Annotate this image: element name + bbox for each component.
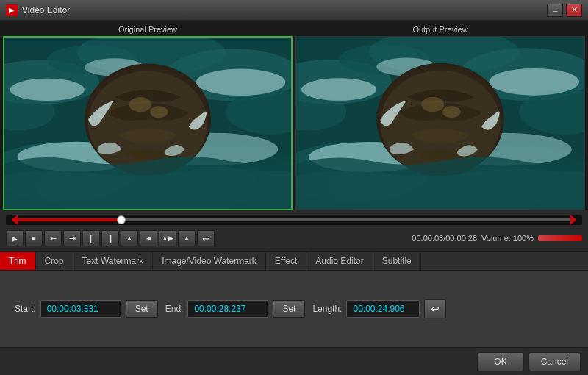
tab-text-watermark-label: Text Watermark <box>82 256 144 266</box>
reset-button[interactable]: ↩ <box>424 299 446 318</box>
tab-audio-editor[interactable]: Audio Editor <box>306 252 373 270</box>
cancel-button[interactable]: Cancel <box>528 352 581 371</box>
tab-bar: Trim Crop Text Watermark Image/Video Wat… <box>0 251 588 271</box>
start-input[interactable] <box>40 300 121 318</box>
mark-out-button[interactable]: ] <box>101 230 119 246</box>
length-field-group: Length: 00:00:24:906 ↩ <box>312 299 446 318</box>
svg-point-37 <box>442 106 461 118</box>
output-preview-video <box>295 36 585 210</box>
next-frame-icon: ⇥ <box>69 234 76 243</box>
volume-label: Volume: 100% <box>481 234 534 243</box>
volume-slider[interactable] <box>538 235 582 241</box>
svg-point-29 <box>301 78 376 101</box>
tab-crop-label: Crop <box>45 256 64 266</box>
title-bar: ▶ Video Editor – ✕ <box>0 0 588 21</box>
mark-end-button[interactable]: ▲ <box>178 230 196 246</box>
left-preview-panel: Original Preview <box>3 24 293 210</box>
window-title: Video Editor <box>22 5 547 15</box>
svg-point-17 <box>129 97 151 112</box>
clip-start-button[interactable]: ▲ <box>121 230 138 246</box>
volume-fill <box>538 235 582 241</box>
tab-effect[interactable]: Effect <box>266 252 306 270</box>
output-preview-label: Output Preview <box>295 24 585 36</box>
clip-icon: ▲▶ <box>162 235 173 242</box>
mark-end-icon: ▲ <box>184 235 190 242</box>
undo-icon: ↩ <box>202 233 210 244</box>
length-value: 00:00:24:906 <box>346 300 420 318</box>
window-controls: – ✕ <box>547 4 582 17</box>
mark-in-button[interactable]: [ <box>82 230 100 246</box>
play-button[interactable]: ▶ <box>6 230 24 246</box>
progress-fill <box>12 218 125 221</box>
original-preview-label: Original Preview <box>3 24 293 36</box>
svg-point-10 <box>10 79 85 101</box>
progress-thumb[interactable] <box>117 215 126 224</box>
time-display: 00:00:03/00:00:28 Volume: 100% <box>412 234 582 243</box>
end-label: End: <box>165 304 184 314</box>
controls-row: ▶ ■ ⇤ ⇥ [ ] ▲ ◀ ▲▶ <box>6 228 582 249</box>
start-label: Start: <box>15 304 36 314</box>
end-marker <box>570 215 576 225</box>
tab-effect-label: Effect <box>275 256 297 266</box>
trim-panel: Start: Set End: Set Length: 00:00:24:906… <box>0 271 588 347</box>
original-preview-video <box>3 36 293 210</box>
app-icon: ▶ <box>6 4 18 16</box>
mark-in-icon: [ <box>90 233 93 243</box>
tab-subtitle-label: Subtitle <box>382 256 412 266</box>
tab-subtitle[interactable]: Subtitle <box>373 252 421 270</box>
start-field-group: Start: Set <box>15 300 158 318</box>
set-end-button[interactable]: Set <box>273 300 305 318</box>
bottom-bar: OK Cancel <box>0 347 588 375</box>
reset-icon: ↩ <box>431 303 440 315</box>
tab-trim[interactable]: Trim <box>0 252 36 270</box>
output-video-frame <box>296 37 584 210</box>
tab-trim-label: Trim <box>9 256 26 266</box>
tab-image-watermark-label: Image/Video Watermark <box>162 256 257 266</box>
stop-icon: ■ <box>32 235 35 242</box>
right-preview-panel: Output Preview <box>295 24 585 210</box>
clip-start-icon: ▲ <box>126 235 133 242</box>
tab-text-watermark[interactable]: Text Watermark <box>74 252 154 270</box>
svg-point-11 <box>196 69 286 96</box>
clip-icon-button[interactable]: ▲▶ <box>159 230 176 246</box>
ok-button[interactable]: OK <box>477 352 523 371</box>
timeline-area: ▶ ■ ⇤ ⇥ [ ] ▲ ◀ ▲▶ <box>0 210 588 251</box>
preview-area: Original Preview <box>0 21 588 210</box>
time-text: 00:00:03/00:00:28 <box>412 234 477 243</box>
progress-bar[interactable] <box>6 215 582 225</box>
tab-image-watermark[interactable]: Image/Video Watermark <box>153 252 266 270</box>
svg-point-36 <box>421 97 444 112</box>
svg-point-18 <box>150 106 168 118</box>
stop-button[interactable]: ■ <box>25 230 43 246</box>
end-input[interactable] <box>187 300 268 318</box>
start-marker <box>12 215 18 225</box>
prev-frame-icon: ⇤ <box>50 234 57 243</box>
set-start-button[interactable]: Set <box>126 300 158 318</box>
progress-track <box>12 218 576 221</box>
length-label: Length: <box>312 304 342 314</box>
tab-crop[interactable]: Crop <box>36 252 74 270</box>
main-content: Original Preview <box>0 21 588 375</box>
play-icon: ▶ <box>12 235 18 243</box>
mark-out-icon: ] <box>109 233 112 243</box>
minimize-button[interactable]: – <box>547 4 563 17</box>
next-frame-button[interactable]: ⇥ <box>63 230 81 246</box>
rewind-icon: ◀ <box>146 235 151 242</box>
original-video-frame <box>4 38 291 209</box>
tab-audio-editor-label: Audio Editor <box>315 256 363 266</box>
end-field-group: End: Set <box>165 300 306 318</box>
undo-button[interactable]: ↩ <box>197 230 215 246</box>
prev-frame-button[interactable]: ⇤ <box>44 230 62 246</box>
trim-controls: Start: Set End: Set Length: 00:00:24:906… <box>15 299 573 318</box>
rewind-button[interactable]: ◀ <box>140 230 157 246</box>
svg-point-30 <box>489 68 579 96</box>
close-button[interactable]: ✕ <box>566 4 582 17</box>
